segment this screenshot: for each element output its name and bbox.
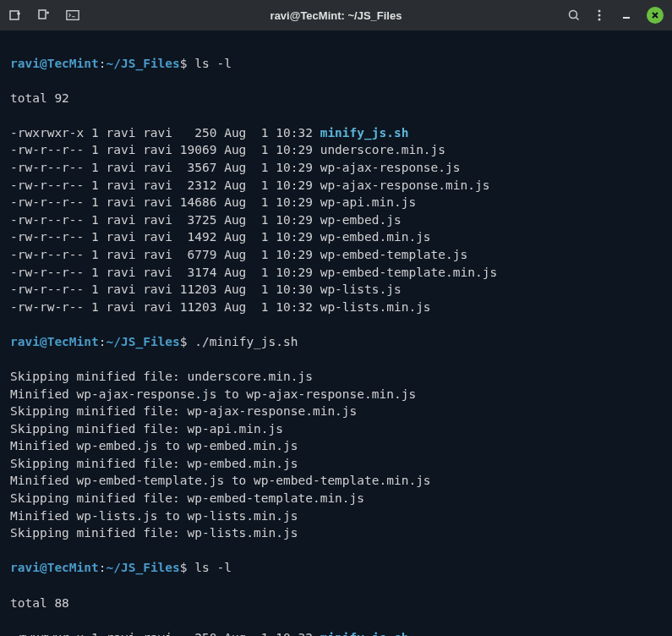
file-name: wp-embed-template.js xyxy=(320,248,468,261)
command-2: ./minify_js.sh xyxy=(194,335,298,348)
close-button[interactable] xyxy=(647,7,664,24)
ls1-total: total 92 xyxy=(10,90,662,107)
file-perms: -rw-r--r-- 1 ravi ravi 3725 Aug 1 10:29 xyxy=(10,213,320,227)
file-row: -rw-r--r-- 1 ravi ravi 2312 Aug 1 10:29 … xyxy=(10,177,662,195)
command-1: ls -l xyxy=(194,57,232,70)
script-output-line: Minified wp-lists.js to wp-lists.min.js xyxy=(10,507,662,525)
minimize-button[interactable] xyxy=(618,7,635,24)
file-perms: -rw-r--r-- 1 ravi ravi 2312 Aug 1 10:29 xyxy=(10,178,320,192)
file-name: wp-embed.min.js xyxy=(320,230,431,244)
file-name: wp-embed-template.min.js xyxy=(320,266,498,279)
ls2-output: -rwxrwxr-x 1 ravi ravi 250 Aug 1 10:32 m… xyxy=(10,629,662,636)
file-perms: -rwxrwxr-x 1 ravi ravi 250 Aug 1 10:32 xyxy=(10,631,320,636)
svg-rect-0 xyxy=(10,11,19,19)
file-name: wp-lists.js xyxy=(320,282,402,296)
script-output-line: Skipping minified file: wp-embed.min.js xyxy=(10,455,662,473)
file-row: -rw-r--r-- 1 ravi ravi 1492 Aug 1 10:29 … xyxy=(10,228,662,246)
titlebar: ravi@TecMint: ~/JS_Files xyxy=(0,0,672,30)
file-row: -rw-r--r-- 1 ravi ravi 19069 Aug 1 10:29… xyxy=(10,141,662,159)
file-perms: -rw-r--r-- 1 ravi ravi 11203 Aug 1 10:30 xyxy=(10,282,320,296)
prompt-user: ravi@TecMint xyxy=(10,57,99,70)
file-row: -rw-r--r-- 1 ravi ravi 6779 Aug 1 10:29 … xyxy=(10,246,662,264)
titlebar-left xyxy=(8,8,79,22)
script-output-line: Minified wp-ajax-response.js to wp-ajax-… xyxy=(10,386,662,403)
file-name: minify_js.sh xyxy=(320,631,409,636)
file-name: wp-lists.min.js xyxy=(320,300,431,314)
terminal-icon[interactable] xyxy=(66,8,79,22)
file-perms: -rw-r--r-- 1 ravi ravi 14686 Aug 1 10:29 xyxy=(10,195,320,209)
script-output-line: Skipping minified file: wp-embed-templat… xyxy=(10,490,662,507)
prompt-line: ravi@TecMint:~/JS_Files$ ls -l xyxy=(10,559,662,577)
file-perms: -rw-r--r-- 1 ravi ravi 3567 Aug 1 10:29 xyxy=(10,161,320,174)
search-icon[interactable] xyxy=(567,8,581,22)
svg-rect-2 xyxy=(67,11,79,20)
script-output-line: Skipping minified file: wp-lists.min.js xyxy=(10,524,662,542)
file-perms: -rw-r--r-- 1 ravi ravi 19069 Aug 1 10:29 xyxy=(10,143,320,156)
minify-output: Skipping minified file: underscore.min.j… xyxy=(10,368,662,542)
file-name: underscore.min.js xyxy=(320,143,445,156)
menu-icon[interactable] xyxy=(593,8,606,22)
file-row: -rw-r--r-- 1 ravi ravi 3567 Aug 1 10:29 … xyxy=(10,159,662,177)
prompt-line: ravi@TecMint:~/JS_Files$ ./minify_js.sh xyxy=(10,333,662,351)
file-row: -rw-r--r-- 1 ravi ravi 3174 Aug 1 10:29 … xyxy=(10,264,662,282)
script-output-line: Skipping minified file: underscore.min.j… xyxy=(10,368,662,386)
svg-point-4 xyxy=(598,10,601,13)
ls1-output: -rwxrwxr-x 1 ravi ravi 250 Aug 1 10:32 m… xyxy=(10,124,662,315)
prompt-path: ~/JS_Files xyxy=(107,57,180,70)
svg-point-3 xyxy=(570,11,577,19)
file-row: -rw-r--r-- 1 ravi ravi 3725 Aug 1 10:29 … xyxy=(10,211,662,229)
ls2-total: total 88 xyxy=(10,595,662,612)
file-perms: -rw-r--r-- 1 ravi ravi 3174 Aug 1 10:29 xyxy=(10,266,320,279)
svg-point-5 xyxy=(598,14,601,17)
file-name: wp-ajax-response.min.js xyxy=(320,178,490,192)
file-row: -rw-r--r-- 1 ravi ravi 11203 Aug 1 10:30… xyxy=(10,281,662,299)
prompt-line: ravi@TecMint:~/JS_Files$ ls -l xyxy=(10,55,662,73)
window-title: ravi@TecMint: ~/JS_Files xyxy=(270,9,402,22)
svg-point-6 xyxy=(598,19,601,21)
script-output-line: Skipping minified file: wp-api.min.js xyxy=(10,420,662,438)
file-row: -rw-rw-r-- 1 ravi ravi 11203 Aug 1 10:32… xyxy=(10,299,662,316)
svg-rect-1 xyxy=(39,10,46,19)
new-window-icon[interactable] xyxy=(37,8,51,22)
command-3: ls -l xyxy=(194,561,232,574)
file-name: wp-ajax-response.js xyxy=(320,161,461,174)
script-output-line: Minified wp-embed-template.js to wp-embe… xyxy=(10,472,662,490)
file-name: wp-api.min.js xyxy=(320,195,417,209)
titlebar-right xyxy=(567,7,664,24)
file-row: -rwxrwxr-x 1 ravi ravi 250 Aug 1 10:32 m… xyxy=(10,629,662,636)
terminal-body[interactable]: ravi@TecMint:~/JS_Files$ ls -l total 92 … xyxy=(0,30,672,636)
file-perms: -rwxrwxr-x 1 ravi ravi 250 Aug 1 10:32 xyxy=(10,126,320,140)
file-perms: -rw-rw-r-- 1 ravi ravi 11203 Aug 1 10:32 xyxy=(10,300,320,314)
file-name: wp-embed.js xyxy=(320,213,402,227)
file-name: minify_js.sh xyxy=(320,126,409,140)
file-perms: -rw-r--r-- 1 ravi ravi 6779 Aug 1 10:29 xyxy=(10,248,320,261)
new-tab-icon[interactable] xyxy=(8,8,22,22)
script-output-line: Minified wp-embed.js to wp-embed.min.js xyxy=(10,437,662,455)
script-output-line: Skipping minified file: wp-ajax-response… xyxy=(10,403,662,420)
file-row: -rwxrwxr-x 1 ravi ravi 250 Aug 1 10:32 m… xyxy=(10,124,662,142)
file-perms: -rw-r--r-- 1 ravi ravi 1492 Aug 1 10:29 xyxy=(10,230,320,244)
file-row: -rw-r--r-- 1 ravi ravi 14686 Aug 1 10:29… xyxy=(10,194,662,211)
